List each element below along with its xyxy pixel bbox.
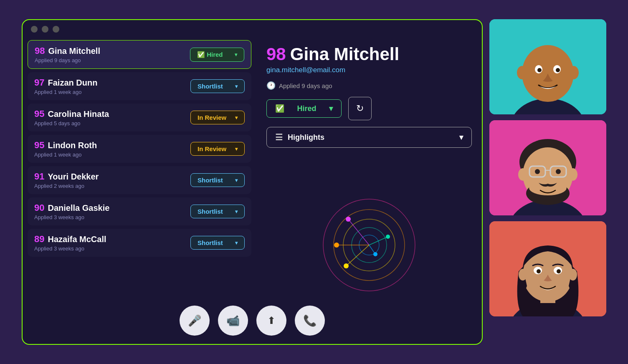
avatar-illustration-2 bbox=[489, 120, 606, 215]
candidate-applied: Applied 3 weeks ago bbox=[34, 214, 109, 220]
candidate-status-badge[interactable]: Shortlist ▾ bbox=[190, 236, 245, 250]
candidate-status-badge[interactable]: ✅ Hired ▾ bbox=[190, 48, 244, 62]
candidate-name-row: 89 Hazaifa McCall bbox=[34, 234, 106, 245]
candidate-row[interactable]: 89 Hazaifa McCall Applied 3 weeks ago Sh… bbox=[28, 229, 251, 257]
candidate-status-badge[interactable]: In Review ▾ bbox=[190, 111, 245, 124]
mic-icon: 🎤 bbox=[188, 314, 201, 327]
svg-line-13 bbox=[369, 237, 388, 245]
candidate-info: 89 Hazaifa McCall Applied 3 weeks ago bbox=[34, 234, 106, 252]
detail-header: 98 Gina Mitchell gina.mitchell@email.com bbox=[266, 44, 472, 74]
candidate-applied: Applied 5 days ago bbox=[34, 120, 109, 126]
detail-status-badge[interactable]: ✅ Hired ▾ bbox=[266, 99, 342, 118]
svg-point-23 bbox=[517, 66, 527, 79]
candidate-applied: Applied 1 week ago bbox=[34, 152, 97, 158]
avatar-card-2[interactable] bbox=[489, 120, 606, 215]
candidate-score: 97 bbox=[34, 77, 44, 88]
candidate-applied: Applied 2 weeks ago bbox=[34, 183, 99, 189]
status-label: In Review bbox=[198, 114, 226, 121]
svg-point-24 bbox=[569, 66, 579, 79]
candidate-name: Hazaifa McCall bbox=[48, 235, 106, 244]
svg-point-33 bbox=[535, 169, 540, 174]
avatar-card-1[interactable] bbox=[489, 19, 606, 114]
candidate-name-row: 95 Carolina Hinata bbox=[34, 109, 109, 119]
candidate-row[interactable]: 90 Daniella Gaskie Applied 3 weeks ago S… bbox=[28, 197, 251, 225]
candidate-status-badge[interactable]: Shortlist ▾ bbox=[190, 173, 245, 187]
sidebar-avatars bbox=[489, 19, 606, 316]
status-label: Shortlist bbox=[198, 83, 223, 90]
highlights-dropdown[interactable]: ☰ Highlights ▾ bbox=[266, 127, 472, 148]
mic-button[interactable]: 🎤 bbox=[180, 306, 210, 336]
svg-point-38 bbox=[568, 168, 577, 181]
candidate-info: 91 Youri Dekker Applied 2 weeks ago bbox=[34, 171, 99, 189]
candidate-name-row: 98 Gina Mitchell bbox=[35, 46, 100, 56]
detail-status-arrow: ▾ bbox=[329, 104, 333, 113]
candidate-row[interactable]: 91 Youri Dekker Applied 2 weeks ago Shor… bbox=[28, 166, 251, 194]
end-call-icon: 📞 bbox=[303, 314, 317, 327]
share-button[interactable]: ⬆ bbox=[256, 306, 286, 336]
candidate-name: Lindon Roth bbox=[48, 141, 97, 150]
candidate-applied: Applied 1 week ago bbox=[34, 89, 97, 95]
clock-icon: 🕐 bbox=[266, 81, 276, 90]
status-label: Shortlist bbox=[198, 239, 223, 246]
candidate-status-badge[interactable]: Shortlist ▾ bbox=[190, 205, 245, 218]
status-label: In Review bbox=[198, 145, 226, 152]
detail-name-row: 98 Gina Mitchell bbox=[266, 44, 472, 64]
candidate-name: Faizan Dunn bbox=[48, 78, 97, 88]
detail-score: 98 bbox=[266, 44, 286, 64]
highlights-label: Highlights bbox=[288, 133, 324, 142]
detail-status-label: Hired bbox=[297, 104, 316, 113]
svg-point-21 bbox=[537, 68, 542, 72]
candidate-info: 98 Gina Mitchell Applied 9 days ago bbox=[35, 46, 100, 63]
svg-point-46 bbox=[557, 269, 561, 273]
detail-applied-text: Applied 9 days ago bbox=[279, 82, 332, 89]
refresh-button[interactable]: ↻ bbox=[348, 97, 372, 120]
status-dropdown-arrow: ▾ bbox=[235, 177, 238, 183]
svg-point-47 bbox=[519, 269, 527, 281]
status-dropdown-arrow: ▾ bbox=[235, 146, 238, 152]
candidate-row[interactable]: 98 Gina Mitchell Applied 9 days ago ✅ Hi… bbox=[28, 40, 251, 69]
svg-point-45 bbox=[537, 269, 541, 273]
status-dropdown-arrow: ▾ bbox=[235, 52, 237, 58]
candidate-name-row: 91 Youri Dekker bbox=[34, 171, 99, 182]
status-label: ✅ Hired bbox=[197, 51, 223, 58]
svg-line-10 bbox=[348, 219, 369, 245]
radar-chart bbox=[315, 191, 423, 299]
status-dropdown-arrow: ▾ bbox=[235, 115, 238, 121]
candidate-info: 97 Faizan Dunn Applied 1 week ago bbox=[34, 77, 97, 95]
svg-line-12 bbox=[346, 245, 369, 266]
status-label: Shortlist bbox=[198, 208, 223, 215]
svg-line-14 bbox=[369, 245, 375, 254]
avatar-card-3[interactable] bbox=[489, 221, 606, 316]
candidate-list: 98 Gina Mitchell Applied 9 days ago ✅ Hi… bbox=[23, 36, 256, 344]
candidate-status-badge[interactable]: In Review ▾ bbox=[190, 142, 245, 156]
camera-icon: 📹 bbox=[226, 314, 240, 327]
candidate-row[interactable]: 97 Faizan Dunn Applied 1 week ago Shortl… bbox=[28, 72, 251, 100]
status-dropdown-arrow: ▾ bbox=[235, 240, 238, 246]
candidate-name: Gina Mitchell bbox=[48, 46, 100, 56]
camera-button[interactable]: 📹 bbox=[218, 306, 248, 336]
candidate-applied: Applied 9 days ago bbox=[35, 57, 100, 63]
candidate-row[interactable]: 95 Carolina Hinata Applied 5 days ago In… bbox=[28, 104, 251, 131]
candidate-info: 95 Carolina Hinata Applied 5 days ago bbox=[34, 109, 109, 126]
main-window: 98 Gina Mitchell Applied 9 days ago ✅ Hi… bbox=[22, 19, 483, 345]
candidate-score: 89 bbox=[34, 234, 44, 245]
candidate-score: 95 bbox=[34, 109, 44, 119]
avatar-illustration-1 bbox=[489, 19, 606, 114]
detail-email[interactable]: gina.mitchell@email.com bbox=[266, 66, 472, 74]
candidate-name: Carolina Hinata bbox=[48, 109, 109, 119]
svg-point-34 bbox=[556, 169, 561, 174]
candidate-row[interactable]: 95 Lindon Roth Applied 1 week ago In Rev… bbox=[28, 135, 251, 163]
candidate-name: Daniella Gaskie bbox=[48, 203, 109, 213]
svg-point-48 bbox=[569, 269, 577, 281]
share-icon: ⬆ bbox=[267, 315, 276, 326]
candidate-detail-panel: 98 Gina Mitchell gina.mitchell@email.com… bbox=[256, 36, 482, 344]
candidate-score: 95 bbox=[34, 140, 44, 151]
avatar-illustration-3 bbox=[489, 221, 606, 316]
candidate-status-badge[interactable]: Shortlist ▾ bbox=[190, 79, 245, 93]
candidate-info: 95 Lindon Roth Applied 1 week ago bbox=[34, 140, 97, 158]
detail-applied-row: 🕐 Applied 9 days ago bbox=[266, 81, 472, 90]
end-call-button[interactable]: 📞 bbox=[295, 306, 325, 336]
candidate-applied: Applied 3 weeks ago bbox=[34, 245, 106, 252]
candidate-score: 91 bbox=[34, 171, 44, 182]
titlebar-dot-2 bbox=[42, 26, 48, 33]
